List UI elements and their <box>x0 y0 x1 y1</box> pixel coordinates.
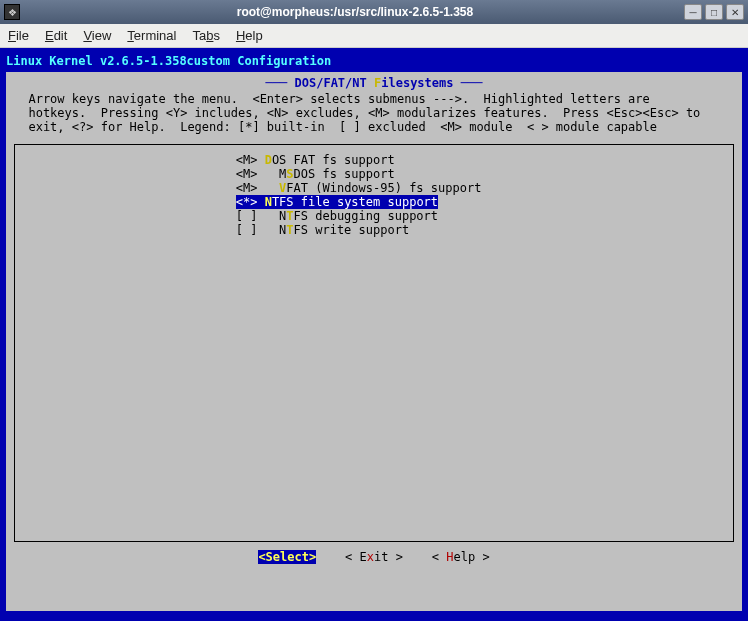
minimize-button[interactable]: ─ <box>684 4 702 20</box>
menubar: File Edit View Terminal Tabs Help <box>0 24 748 48</box>
terminal-icon: ❖ <box>4 4 20 20</box>
help-text: Arrow keys navigate the menu. <Enter> se… <box>14 92 734 134</box>
kernel-config-title: Linux Kernel v2.6.5-1.358custom Configur… <box>6 52 742 72</box>
option-ntfs-write[interactable]: [ ] NTFS write support <box>19 223 729 237</box>
exit-button[interactable]: < Exit > <box>345 550 403 564</box>
option-ntfs-selected[interactable]: <*> NTFS file system support <box>19 195 729 209</box>
menu-file[interactable]: File <box>8 28 29 43</box>
options-list: <M> DOS FAT fs support <M> MSDOS fs supp… <box>14 144 734 542</box>
menu-terminal[interactable]: Terminal <box>127 28 176 43</box>
option-ntfs-debug[interactable]: [ ] NTFS debugging support <box>19 209 729 223</box>
window-controls: ─ □ ✕ <box>684 4 744 20</box>
section-dash-right: ─── <box>453 76 482 90</box>
section-title: ─── DOS/FAT/NT Filesystems ─── <box>14 76 734 90</box>
section-title-post: ilesystems <box>381 76 453 90</box>
window-titlebar: ❖ root@morpheus:/usr/src/linux-2.6.5-1.3… <box>0 0 748 24</box>
window-title: root@morpheus:/usr/src/linux-2.6.5-1.358 <box>26 5 684 19</box>
menu-tabs[interactable]: Tabs <box>192 28 219 43</box>
window-bottom-border <box>0 621 748 627</box>
close-button[interactable]: ✕ <box>726 4 744 20</box>
menu-edit[interactable]: Edit <box>45 28 67 43</box>
option-msdos[interactable]: <M> MSDOS fs support <box>19 167 729 181</box>
dialog-buttons: <Select> < Exit > < Help > <box>14 550 734 564</box>
option-dos-fat[interactable]: <M> DOS FAT fs support <box>19 153 729 167</box>
section-title-pre: DOS/FAT/NT <box>295 76 374 90</box>
section-dash-left: ─── <box>266 76 295 90</box>
select-button[interactable]: <Select> <box>258 550 316 564</box>
terminal-area[interactable]: Linux Kernel v2.6.5-1.358custom Configur… <box>0 48 748 621</box>
menu-help[interactable]: Help <box>236 28 263 43</box>
menu-view[interactable]: View <box>83 28 111 43</box>
help-button[interactable]: < Help > <box>432 550 490 564</box>
maximize-button[interactable]: □ <box>705 4 723 20</box>
option-vfat[interactable]: <M> VFAT (Windows-95) fs support <box>19 181 729 195</box>
menuconfig-dialog: ─── DOS/FAT/NT Filesystems ─── Arrow key… <box>6 72 742 611</box>
